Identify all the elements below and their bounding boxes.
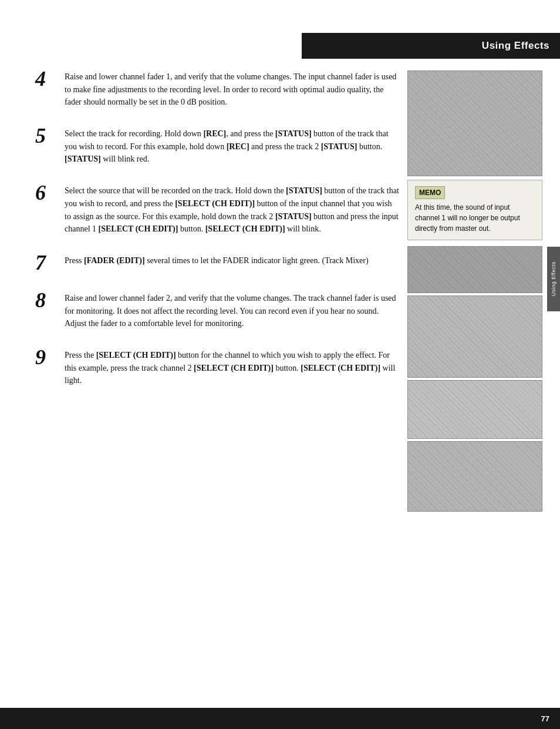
- page-number: 77: [541, 714, 549, 723]
- right-panel-image-bot: [407, 295, 542, 378]
- right-panel: MEMO At this time, the sound of input ch…: [407, 70, 542, 512]
- main-content: 4 Raise and lower channel fader 1, and v…: [35, 70, 399, 406]
- step-number-9: 9: [35, 347, 65, 368]
- step-number-8: 8: [35, 290, 65, 311]
- side-tab-label: Using Effects: [551, 261, 556, 296]
- step-content-8: Raise and lower channel fader 2, and ver…: [65, 292, 399, 330]
- step-content-4: Raise and lower channel fader 1, and ver…: [65, 70, 399, 109]
- step-number-7: 7: [35, 252, 65, 273]
- step-9: 9 Press the [SELECT (CH EDIT)] button fo…: [35, 349, 399, 387]
- step-number-4: 4: [35, 68, 65, 89]
- right-panel-image-mid: [407, 246, 542, 293]
- bottom-bar: 77: [0, 708, 560, 729]
- side-tab: Using Effects: [547, 247, 560, 311]
- step-content-9: Press the [SELECT (CH EDIT)] button for …: [65, 349, 399, 387]
- step-7: 7 Press [FADER (EDIT)] several times to …: [35, 254, 399, 273]
- step-number-6: 6: [35, 182, 65, 203]
- step-content-7: Press [FADER (EDIT)] several times to le…: [65, 254, 399, 267]
- step-4: 4 Raise and lower channel fader 1, and v…: [35, 70, 399, 109]
- step-6: 6 Select the source that will be recorde…: [35, 184, 399, 236]
- page-title: Using Effects: [482, 40, 549, 52]
- right-panel-image-small: [407, 380, 542, 439]
- step-content-5: Select the track for recording. Hold dow…: [65, 127, 399, 166]
- memo-text: At this time, the sound of input channel…: [415, 202, 535, 234]
- step-5: 5 Select the track for recording. Hold d…: [35, 127, 399, 166]
- right-panel-image-last: [407, 441, 542, 512]
- step-number-5: 5: [35, 125, 65, 146]
- memo-box: MEMO At this time, the sound of input ch…: [407, 180, 542, 240]
- step-content-6: Select the source that will be recorded …: [65, 184, 399, 236]
- header-bar: Using Effects: [302, 33, 560, 59]
- memo-title: MEMO: [415, 186, 445, 199]
- right-panel-image-top: [407, 70, 542, 176]
- step-8: 8 Raise and lower channel fader 2, and v…: [35, 292, 399, 330]
